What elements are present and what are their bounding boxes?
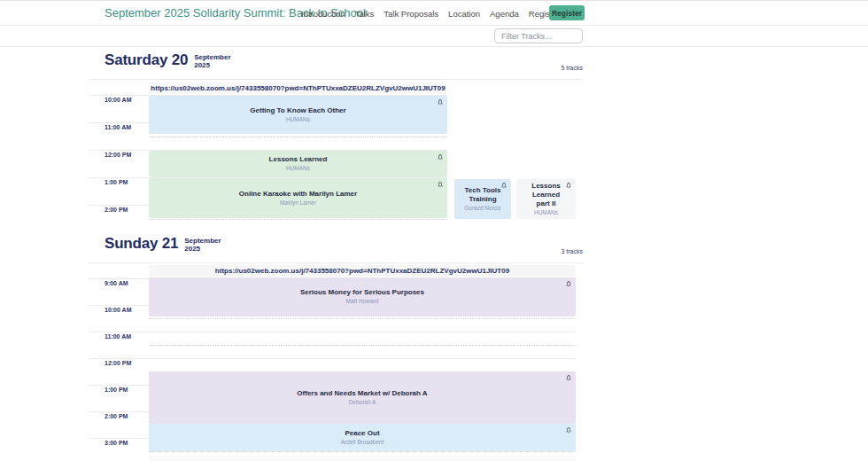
time-label: 12:00 PM — [105, 360, 131, 366]
day-year: 2025 — [184, 245, 221, 253]
event-speaker: HUMANs — [286, 116, 310, 123]
day-heading: Sunday 21September2025 — [105, 235, 221, 253]
event-block[interactable]: Getting To Know Each OtherHUMANs — [149, 96, 447, 134]
bell-icon — [565, 374, 572, 381]
bell-icon — [565, 280, 572, 287]
day-month-year: September2025 — [194, 51, 230, 69]
tracks-count-label: 3 tracks — [530, 248, 583, 254]
time-label: 1:00 PM — [105, 179, 128, 185]
event-block[interactable]: Tech Tools TrainingGorazd Norcic — [454, 179, 511, 219]
event-title: Tech Tools Training — [463, 186, 502, 204]
event-title: Offers and Needs Market w/ Deborah A — [297, 389, 427, 398]
register-button[interactable]: Register — [549, 5, 585, 20]
time-label: 9:00 AM — [105, 280, 128, 286]
event-speaker: HUMANs — [534, 209, 558, 216]
track-header-zoom-link[interactable]: https://us02web.zoom.us/j/7433558070?pwd… — [149, 265, 576, 277]
nav-item-talk-proposals[interactable]: Talk Proposals — [384, 9, 438, 19]
time-label: 2:00 PM — [105, 413, 128, 419]
event-block[interactable]: Online Karaoke with Marilyn LamerMarilyn… — [149, 178, 447, 218]
track-header-zoom-link[interactable]: https://us02web.zoom.us/j/7433558070?pwd… — [149, 82, 447, 94]
next-hour-row — [149, 456, 576, 461]
event-block[interactable]: Serious Money for Serious PurposesMatt H… — [149, 277, 576, 316]
day-name: Saturday 20 — [105, 51, 188, 69]
event-block[interactable]: Lessons Learned part IIHUMANs — [516, 179, 576, 219]
event-speaker: Gorazd Norcic — [464, 205, 501, 212]
day-name: Sunday 21 — [105, 235, 178, 253]
event-title: Online Karaoke with Marilyn Lamer — [239, 190, 357, 199]
event-speaker: Marilyn Lamer — [280, 199, 316, 207]
main-nav: IntroductionTalksTalk ProposalsLocationA… — [301, 1, 560, 26]
time-label: 12:00 PM — [105, 152, 131, 158]
time-label: 11:00 AM — [105, 124, 131, 130]
day-month-year: September2025 — [184, 235, 221, 253]
event-title: Peace Out — [345, 429, 379, 438]
hour-gridline — [89, 332, 576, 332]
bell-icon[interactable] — [437, 153, 444, 160]
event-speaker: Matt Howard — [346, 298, 379, 305]
event-title: Lessons Learned part II — [525, 182, 567, 208]
event-speaker: Ardell Broadbent — [341, 439, 384, 446]
agenda-page: September 2025 Solidarity Summit: Back t… — [0, 0, 868, 461]
event-speaker: Deborah A — [349, 399, 376, 406]
agenda-content: Saturday 20September20255 trackshttps://… — [0, 1, 868, 461]
time-label: 2:00 PM — [105, 207, 128, 213]
day-divider — [89, 262, 583, 263]
bell-icon[interactable] — [500, 182, 508, 189]
time-label: 10:00 AM — [105, 97, 131, 103]
bell-icon — [437, 181, 444, 188]
time-label: 11:00 AM — [105, 333, 131, 340]
bell-icon — [437, 98, 444, 105]
event-speaker: HUMANs — [286, 165, 310, 172]
filter-tracks-input[interactable] — [494, 28, 583, 43]
bell-icon[interactable] — [565, 280, 572, 287]
time-label: 10:00 AM — [105, 307, 131, 313]
nav-item-introduction[interactable]: Introduction — [301, 9, 345, 19]
bell-icon[interactable] — [565, 426, 572, 434]
half-hour-gridline — [149, 451, 576, 452]
nav-item-location[interactable]: Location — [448, 9, 480, 19]
half-hour-gridline — [149, 345, 576, 346]
half-hour-gridline — [149, 219, 447, 220]
nav-item-agenda[interactable]: Agenda — [490, 9, 519, 19]
day-year: 2025 — [194, 61, 230, 69]
day-month: September — [184, 237, 221, 245]
time-label: 1:00 PM — [105, 387, 128, 393]
event-title: Serious Money for Serious Purposes — [300, 288, 424, 297]
event-title: Lessons Learned — [269, 155, 328, 164]
filter-bar — [0, 27, 868, 47]
event-title: Getting To Know Each Other — [250, 106, 345, 115]
half-hour-gridline — [149, 318, 576, 319]
bell-icon[interactable] — [437, 98, 444, 105]
bell-icon — [437, 153, 444, 160]
nav-item-talks[interactable]: Talks — [355, 9, 375, 19]
bell-icon — [565, 426, 572, 434]
bell-icon[interactable] — [437, 181, 444, 188]
event-block[interactable]: Peace OutArdell Broadbent — [149, 424, 576, 451]
time-label: 3:00 PM — [105, 440, 128, 446]
bell-icon — [565, 182, 572, 189]
event-block[interactable]: Offers and Needs Market w/ Deborah ADebo… — [149, 371, 576, 424]
hour-gridline — [89, 358, 576, 359]
bell-icon[interactable] — [565, 374, 572, 381]
half-hour-gridline — [149, 137, 447, 137]
top-navbar: September 2025 Solidarity Summit: Back t… — [0, 1, 868, 26]
tracks-count-label: 5 tracks — [530, 65, 583, 71]
bell-icon[interactable] — [565, 182, 572, 189]
bell-icon — [500, 182, 508, 189]
day-divider — [89, 79, 583, 80]
day-heading: Saturday 20September2025 — [105, 51, 231, 69]
day-month: September — [194, 53, 230, 61]
event-block[interactable]: Lessons LearnedHUMANs — [149, 151, 447, 177]
